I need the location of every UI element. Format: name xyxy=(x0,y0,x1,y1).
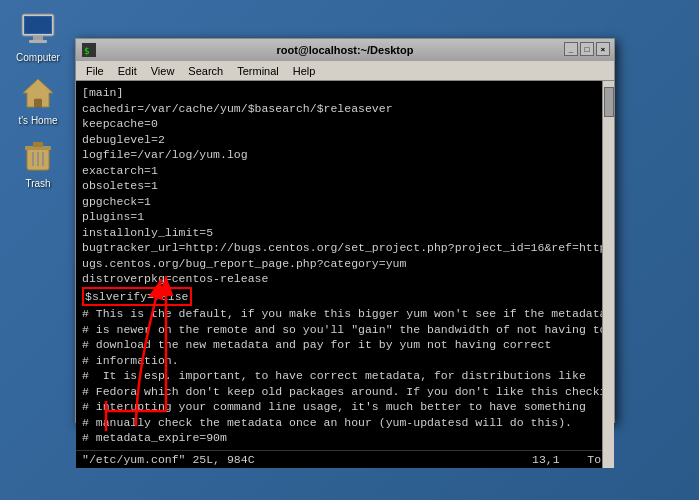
status-file-info: "/etc/yum.conf" 25L, 984C xyxy=(82,453,255,466)
menu-edit[interactable]: Edit xyxy=(112,63,143,79)
computer-icon xyxy=(18,10,58,50)
desktop-icon-home[interactable]: t's Home xyxy=(8,73,68,126)
scroll-thumb[interactable] xyxy=(604,87,614,117)
svg-rect-2 xyxy=(33,36,43,40)
terminal-window: $ root@localhost:~/Desktop _ □ × File Ed… xyxy=(75,38,615,423)
window-title: root@localhost:~/Desktop xyxy=(76,44,614,56)
home-icon xyxy=(18,73,58,113)
status-bar: "/etc/yum.conf" 25L, 984C 13,1 Top xyxy=(76,450,614,468)
title-bar: $ root@localhost:~/Desktop _ □ × xyxy=(76,39,614,61)
menu-view[interactable]: View xyxy=(145,63,181,79)
desktop-icon-computer[interactable]: Computer xyxy=(8,10,68,63)
terminal-content[interactable]: [main] cachedir=/var/cache/yum/$basearch… xyxy=(76,81,614,450)
close-button[interactable]: × xyxy=(596,42,610,56)
window-controls: _ □ × xyxy=(564,42,610,56)
terminal-text: [main] cachedir=/var/cache/yum/$basearch… xyxy=(82,85,608,446)
svg-rect-4 xyxy=(25,17,51,33)
highlighted-sslverify: $slverify=false xyxy=(82,287,192,307)
desktop-icon-trash[interactable]: Trash xyxy=(8,136,68,189)
desktop-icons: Computer t's Home xyxy=(8,10,68,189)
menu-terminal[interactable]: Terminal xyxy=(231,63,285,79)
desktop: Computer t's Home xyxy=(0,0,699,500)
menu-file[interactable]: File xyxy=(80,63,110,79)
menu-help[interactable]: Help xyxy=(287,63,322,79)
status-position: 13,1 Top xyxy=(532,453,608,466)
svg-rect-6 xyxy=(34,99,42,107)
trash-icon-label: Trash xyxy=(25,178,50,189)
menu-bar: File Edit View Search Terminal Help xyxy=(76,61,614,81)
minimize-button[interactable]: _ xyxy=(564,42,578,56)
computer-icon-label: Computer xyxy=(16,52,60,63)
home-icon-label: t's Home xyxy=(18,115,57,126)
menu-search[interactable]: Search xyxy=(182,63,229,79)
trash-icon xyxy=(18,136,58,176)
svg-rect-3 xyxy=(29,40,47,43)
terminal-scrollbar[interactable] xyxy=(602,81,614,468)
maximize-button[interactable]: □ xyxy=(580,42,594,56)
svg-rect-9 xyxy=(33,142,43,147)
